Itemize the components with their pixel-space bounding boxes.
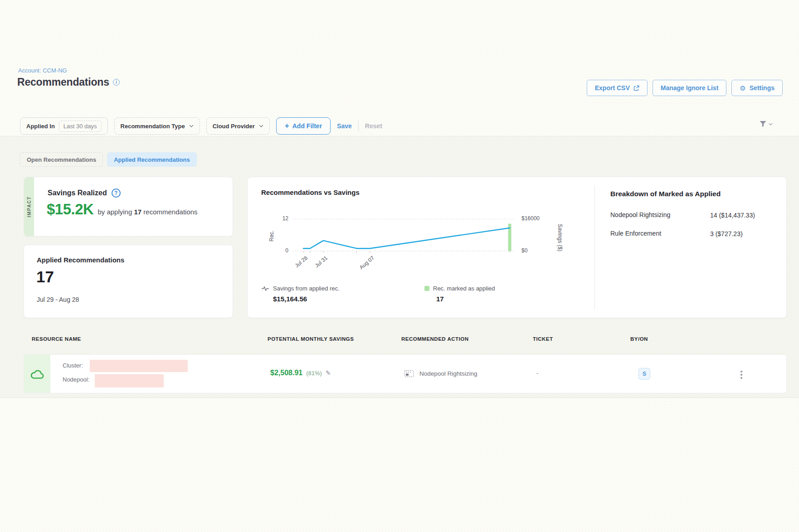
savings-line xyxy=(303,228,510,248)
reset-filter-button[interactable]: Reset xyxy=(365,122,382,130)
redacted-cluster-name xyxy=(90,360,188,372)
resource-type-cell xyxy=(24,355,50,393)
x-axis-label: Jul 28 xyxy=(293,255,309,269)
breakdown-row-value: 14 ($14,437.33) xyxy=(710,211,762,220)
column-header-resource-name: RESOURCE NAME xyxy=(32,336,81,342)
savings-realized-title: Savings Realized xyxy=(48,189,107,197)
applied-card-count: 17 xyxy=(36,268,54,286)
tab-applied-recommendations[interactable]: Applied Recommendations xyxy=(107,152,197,167)
nodepool-grid-icon xyxy=(404,370,414,377)
recommendations-page: Account: CCM-NG Recommendations i Export… xyxy=(0,0,799,532)
column-header-potential-monthly-savings: POTENTIAL MONTHLY SAVINGS xyxy=(268,336,354,342)
y-right-tick-min: $0 xyxy=(521,247,527,254)
help-icon[interactable]: ? xyxy=(112,189,121,198)
y-left-tick-max: 12 xyxy=(265,215,288,222)
nodepool-label: Nodepool: xyxy=(63,376,89,383)
redacted-nodepool-name xyxy=(95,374,164,387)
add-filter-label: Add Filter xyxy=(292,122,322,130)
chart-title: Recommendations vs Savings xyxy=(261,189,360,196)
filter-applied-in-value[interactable]: Last 30 days xyxy=(59,121,102,132)
legend-savings-value: $15,164.56 xyxy=(273,295,340,303)
legend-applied-label: Rec. marked as applied xyxy=(433,285,495,292)
save-filter-button[interactable]: Save xyxy=(337,122,352,130)
tabs: Open Recommendations Applied Recommendat… xyxy=(20,152,197,167)
breakdown-title: Breakdown of Marked as Applied xyxy=(610,190,721,198)
legend-applied-value: 17 xyxy=(436,295,495,303)
y-right-tick-max: $16000 xyxy=(521,215,540,222)
legend-savings-label: Savings from applied rec. xyxy=(273,285,340,292)
settings-button[interactable]: ⚙ Settings xyxy=(731,80,783,96)
add-filter-button[interactable]: + Add Filter xyxy=(276,117,331,135)
savings-realized-caption: by applying 17 recommendations xyxy=(97,208,197,216)
filter-recommendation-type[interactable]: Recommendation Type xyxy=(114,117,200,135)
breakdown-row-label: Rule Enforcement xyxy=(610,230,661,237)
column-header-ticket: TICKET xyxy=(533,336,553,342)
page-title-row: Recommendations i xyxy=(17,76,120,88)
tab-open-recommendations[interactable]: Open Recommendations xyxy=(20,152,103,167)
y-right-axis-label: Savings ($) xyxy=(557,213,563,262)
applied-card-title: Applied Recommendations xyxy=(37,256,124,264)
chevron-down-icon xyxy=(189,125,194,127)
filter-recommendation-type-label: Recommendation Type xyxy=(121,123,185,130)
x-axis-label: Aug 07 xyxy=(358,255,375,271)
export-csv-label: Export CSV xyxy=(595,84,630,92)
table-row[interactable]: Cluster: Nodepool: $2,508.91 (81%) ✎ Nod… xyxy=(24,354,787,393)
gear-icon: ⚙ xyxy=(740,85,745,92)
impact-strip: IMPACT xyxy=(24,177,34,236)
ticket-cell: - xyxy=(536,370,538,377)
page-title: Recommendations xyxy=(17,76,109,88)
filter-panel-toggle[interactable] xyxy=(759,121,773,127)
section-divider xyxy=(594,185,595,310)
potential-savings-cell: $2,508.91 (81%) ✎ xyxy=(270,369,331,377)
breadcrumb-account[interactable]: Account: CCM-NG xyxy=(18,67,67,74)
savings-realized-card: IMPACT Savings Realized ? $15.2K by appl… xyxy=(24,177,233,237)
chevron-down-icon xyxy=(769,123,773,126)
recommended-action-cell: Nodepool Rightsizing xyxy=(404,370,477,377)
impact-strip-label: IMPACT xyxy=(27,196,32,218)
column-header-recommended-action: RECOMMENDED ACTION xyxy=(401,336,469,342)
export-csv-button[interactable]: Export CSV xyxy=(587,80,648,96)
legend-item-applied: Rec. marked as applied 17 xyxy=(424,285,495,303)
funnel-icon xyxy=(759,121,767,127)
cluster-cloud-icon xyxy=(30,369,44,379)
recommended-action-text: Nodepool Rightsizing xyxy=(419,370,477,377)
y-left-axis-label: Rec. xyxy=(268,222,275,250)
manage-ignore-list-label: Manage Ignore List xyxy=(661,84,719,92)
applied-recommendations-card: Applied Recommendations 17 Jul 29 - Aug … xyxy=(24,245,233,318)
savings-percent: (81%) xyxy=(306,370,322,377)
chart-card: Recommendations vs Savings 12 0 Rec. $16… xyxy=(247,177,787,318)
chevron-down-icon xyxy=(259,125,263,127)
header-actions: Export CSV Manage Ignore List ⚙ Settings xyxy=(587,80,783,96)
column-header-by-on: BY/ON xyxy=(630,336,648,342)
cluster-label: Cluster: xyxy=(63,362,83,369)
edit-pencil-icon[interactable]: ✎ xyxy=(326,370,331,376)
applied-card-date-range: Jul 29 - Aug 28 xyxy=(37,296,79,303)
settings-label: Settings xyxy=(750,84,775,92)
green-swatch-icon xyxy=(424,286,429,291)
row-menu-kebab-icon[interactable] xyxy=(739,369,744,381)
x-axis-label: Jul 31 xyxy=(313,255,329,269)
info-icon[interactable]: i xyxy=(113,79,120,86)
pulse-line-icon xyxy=(261,286,269,291)
filter-cloud-provider[interactable]: Cloud Provider xyxy=(206,117,270,135)
filter-bar: Applied In Last 30 days Recommendation T… xyxy=(20,117,382,135)
filter-divider xyxy=(358,121,359,131)
filter-applied-in[interactable]: Applied In Last 30 days xyxy=(20,117,108,135)
breakdown-row-label: Nodepool Rightsizing xyxy=(610,211,670,218)
manage-ignore-list-button[interactable]: Manage Ignore List xyxy=(653,80,727,96)
savings-amount: $2,508.91 xyxy=(270,369,302,377)
legend-item-savings: Savings from applied rec. $15,164.56 xyxy=(261,285,340,303)
filter-cloud-provider-label: Cloud Provider xyxy=(213,123,255,130)
savings-trend-chart xyxy=(293,219,515,254)
plus-icon: + xyxy=(285,121,289,131)
x-axis-labels: Jul 28Jul 31Aug 07 xyxy=(293,254,515,273)
savings-realized-value: $15.2K xyxy=(47,201,93,218)
external-link-icon xyxy=(633,85,639,91)
filter-applied-in-label: Applied In xyxy=(26,123,55,130)
breakdown-row-value: 3 ($727.23) xyxy=(710,230,762,238)
by-on-avatar[interactable]: S xyxy=(638,368,650,380)
